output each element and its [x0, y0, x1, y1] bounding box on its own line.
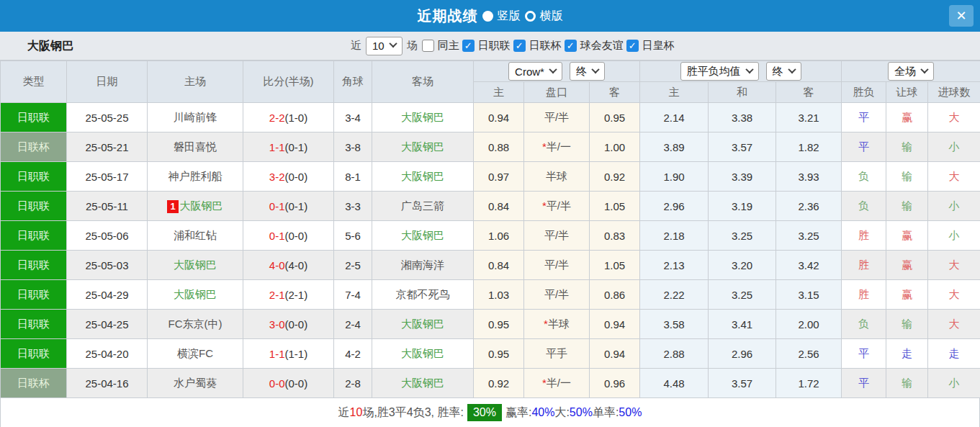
goals-result-cell: 大 — [928, 103, 980, 132]
checkbox-label: 同主 — [438, 39, 459, 53]
away-odds-cell: 0.83 — [590, 221, 640, 251]
summary-text: 场,胜3平4负3, 胜率: — [362, 405, 463, 421]
col-header-score: 比分(半场) — [243, 61, 334, 103]
table-row: 日职联25-05-03大阪钢巴4-0(4-0)2-5湘南海洋0.84平/半1.0… — [1, 251, 980, 280]
handicap-cell: 平手 — [524, 339, 590, 369]
win-rate-badge: 30% — [467, 404, 502, 421]
match-scope-select[interactable]: 全场 — [888, 62, 934, 81]
recent-count-select[interactable]: 10 — [366, 37, 403, 55]
home-team-cell: 大阪钢巴 — [148, 251, 243, 280]
home-odds-cell: 1.03 — [474, 280, 524, 310]
home-team-cell: 大阪钢巴 — [148, 280, 243, 310]
corners-cell: 8-1 — [334, 162, 372, 192]
away-odds-cell: 1.00 — [590, 132, 640, 162]
home-odds-cell: 0.95 — [474, 310, 524, 339]
corners-cell: 7-4 — [334, 280, 372, 310]
avg-draw-odds-cell: 3.38 — [709, 103, 776, 132]
score-cell: 0-1(0-0) — [243, 221, 334, 251]
dialog-titlebar: 近期战绩 竖版横版 ✕ — [0, 0, 980, 32]
summary-text: 大: — [554, 405, 569, 421]
avg-time-select[interactable]: 终 — [766, 62, 801, 81]
home-team-cell: 神户胜利船 — [148, 162, 243, 192]
avg-draw-odds-cell: 3.19 — [709, 192, 776, 221]
near-label: 近 — [351, 39, 361, 53]
corners-cell: 2-5 — [334, 251, 372, 280]
avg-draw-odds-cell: 3.39 — [709, 162, 776, 192]
avg-lose-odds-cell: 2.56 — [776, 339, 842, 369]
summary-footer: 近10场,胜3平4负3, 胜率:30% 赢率:40% 大:50% 单率:50% — [0, 398, 980, 427]
home-odds-cell: 0.97 — [474, 162, 524, 192]
avg-draw-odds-cell: 3.25 — [709, 221, 776, 251]
subcol-avg-lose: 客 — [776, 82, 842, 103]
subcol-handicap-result: 让球 — [886, 82, 928, 103]
away-odds-cell: 1.05 — [590, 251, 640, 280]
avg-lose-odds-cell: 1.82 — [776, 132, 842, 162]
goals-result-cell: 小 — [928, 221, 980, 251]
avg-draw-odds-cell: 2.96 — [709, 339, 776, 369]
away-team-cell: 湘南海洋 — [372, 251, 474, 280]
matches-label: 场 — [407, 39, 418, 53]
avg-draw-odds-cell: 3.20 — [709, 251, 776, 280]
checkbox-unchecked[interactable] — [422, 40, 434, 52]
handicap-cell: *半/一 — [524, 132, 590, 162]
away-odds-cell: 0.96 — [590, 369, 640, 398]
layout-option-selected[interactable]: 竖版 — [482, 9, 521, 24]
result-cell: 胜 — [842, 280, 886, 310]
layout-option-unselected[interactable]: 横版 — [525, 9, 563, 24]
match-type-cell: 日职联 — [1, 192, 67, 221]
checkbox-checked[interactable]: ✓ — [513, 40, 526, 52]
match-date-cell: 25-05-11 — [67, 192, 148, 221]
table-row: 日职联25-05-111大阪钢巴0-1(0-1)3-3广岛三箭0.84*平/半1… — [1, 192, 980, 221]
table-row: 日职联25-05-25川崎前锋2-2(1-0)3-4大阪钢巴0.94平/半0.9… — [1, 103, 980, 132]
score-cell: 3-2(0-0) — [243, 162, 334, 192]
col-header-date: 日期 — [67, 61, 148, 103]
odds-group-header: Crow* 终 — [474, 61, 640, 82]
checkbox-label: 日皇杯 — [642, 39, 675, 53]
avg-lose-odds-cell: 3.21 — [776, 103, 842, 132]
table-row: 日职联25-04-25FC东京(中)3-0(0-0)2-4大阪钢巴0.95*半球… — [1, 310, 980, 339]
home-team-cell: FC东京(中) — [148, 310, 243, 339]
score-cell: 3-0(0-0) — [243, 310, 334, 339]
corners-cell: 3-8 — [334, 132, 372, 162]
close-button[interactable]: ✕ — [949, 5, 974, 27]
away-odds-cell: 0.94 — [590, 310, 640, 339]
result-cell: 平 — [842, 369, 886, 398]
match-date-cell: 25-05-25 — [67, 103, 148, 132]
checkbox-checked[interactable]: ✓ — [565, 40, 577, 52]
odds-company-select[interactable]: Crow* — [508, 62, 562, 81]
avg-type-select[interactable]: 胜平负均值 — [680, 62, 759, 81]
summary-text: 50% — [619, 406, 642, 419]
away-team-cell: 大阪钢巴 — [372, 162, 474, 192]
away-team-cell: 大阪钢巴 — [372, 310, 474, 339]
checkbox-checked[interactable]: ✓ — [626, 40, 639, 52]
result-cell: 负 — [842, 162, 886, 192]
handicap-result-cell: 赢 — [886, 103, 928, 132]
home-odds-cell: 0.84 — [474, 251, 524, 280]
results-table: 类型 日期 主场 比分(半场) 角球 客场 Crow* 终 胜平负均值 终 — [0, 60, 980, 398]
away-team-cell: 大阪钢巴 — [372, 132, 474, 162]
match-date-cell: 25-05-21 — [67, 132, 148, 162]
goals-result-cell: 小 — [928, 132, 980, 162]
checkbox-checked[interactable]: ✓ — [462, 40, 475, 52]
goals-result-cell: 大 — [928, 310, 980, 339]
result-cell: 负 — [842, 310, 886, 339]
home-team-cell: 1大阪钢巴 — [148, 192, 243, 221]
away-team-cell: 广岛三箭 — [372, 192, 474, 221]
score-cell: 1-1(1-1) — [243, 339, 334, 369]
avg-win-odds-cell: 1.90 — [640, 162, 709, 192]
home-odds-cell: 1.06 — [474, 221, 524, 251]
goals-result-cell: 走 — [928, 339, 980, 369]
subcol-handicap: 盘口 — [524, 82, 590, 103]
corners-cell: 2-4 — [334, 310, 372, 339]
table-row: 日职联25-04-29大阪钢巴2-1(2-1)7-4京都不死鸟1.03平/半0.… — [1, 280, 980, 310]
away-odds-cell: 0.86 — [590, 280, 640, 310]
table-row: 日联杯25-04-16水户蜀葵0-0(0-0)2-8大阪钢巴0.92*半/一0.… — [1, 369, 980, 398]
corners-cell: 3-4 — [334, 103, 372, 132]
result-cell: 胜 — [842, 221, 886, 251]
avg-win-odds-cell: 2.96 — [640, 192, 709, 221]
score-cell: 0-1(0-1) — [243, 192, 334, 221]
handicap-cell: 平/半 — [524, 103, 590, 132]
away-odds-cell: 0.95 — [590, 103, 640, 132]
away-team-cell: 大阪钢巴 — [372, 221, 474, 251]
odds-time-select[interactable]: 终 — [570, 62, 605, 81]
